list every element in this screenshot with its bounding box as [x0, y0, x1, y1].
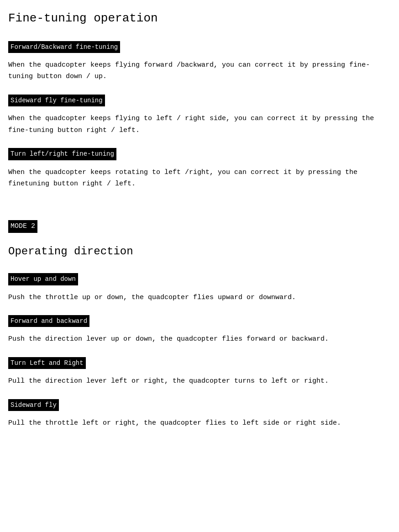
- section-label-hover-up-down: Hover up and down: [8, 273, 78, 285]
- section-forward-backward: Forward and backward Push the direction …: [8, 315, 391, 345]
- section-label-sideward-fly: Sideward fly: [8, 399, 59, 411]
- section-label-forward-backward: Forward and backward: [8, 315, 89, 327]
- section-forward-backward-finetuning: Forward/Backward fine-tuning When the qu…: [8, 41, 391, 83]
- section-text-sideward-fly-finetuning: When the quadcopter keeps flying to left…: [8, 113, 391, 136]
- section-turn-left-right: Turn Left and Right Pull the direction l…: [8, 357, 391, 387]
- section-label-sideward-fly-finetuning: Sideward fly fine-tuning: [8, 95, 105, 106]
- section-sideward-fly-finetuning: Sideward fly fine-tuning When the quadco…: [8, 95, 391, 136]
- section-turn-leftright-finetuning: Turn left/right fine-tuning When the qua…: [8, 148, 391, 190]
- mode2-title: Operating direction: [8, 243, 391, 260]
- section-text-turn-left-right: Pull the direction lever left or right, …: [8, 375, 391, 387]
- section-hover-up-down: Hover up and down Push the throttle up o…: [8, 273, 391, 303]
- section-text-hover-up-down: Push the throttle up or down, the quadco…: [8, 292, 391, 304]
- section-text-forward-backward: Push the direction lever up or down, the…: [8, 333, 391, 345]
- page-title: Fine-tuning operation: [8, 9, 391, 28]
- section-text-turn-leftright-finetuning: When the quadcopter keeps rotating to le…: [8, 167, 391, 190]
- mode2-sections: Hover up and down Push the throttle up o…: [8, 273, 391, 429]
- section-label-turn-leftright-finetuning: Turn left/right fine-tuning: [8, 148, 116, 160]
- section-sideward-fly: Sideward fly Pull the throttle left or r…: [8, 399, 391, 429]
- section-text-sideward-fly: Pull the throttle left or right, the qua…: [8, 417, 391, 429]
- spacer-1: [8, 202, 391, 220]
- section-label-forward-backward-finetuning: Forward/Backward fine-tuning: [8, 41, 120, 53]
- fine-tuning-sections: Forward/Backward fine-tuning When the qu…: [8, 41, 391, 190]
- mode2-label: MODE 2: [8, 220, 37, 233]
- section-label-turn-left-right: Turn Left and Right: [8, 357, 86, 369]
- section-text-forward-backward-finetuning: When the quadcopter keeps flying forward…: [8, 59, 391, 83]
